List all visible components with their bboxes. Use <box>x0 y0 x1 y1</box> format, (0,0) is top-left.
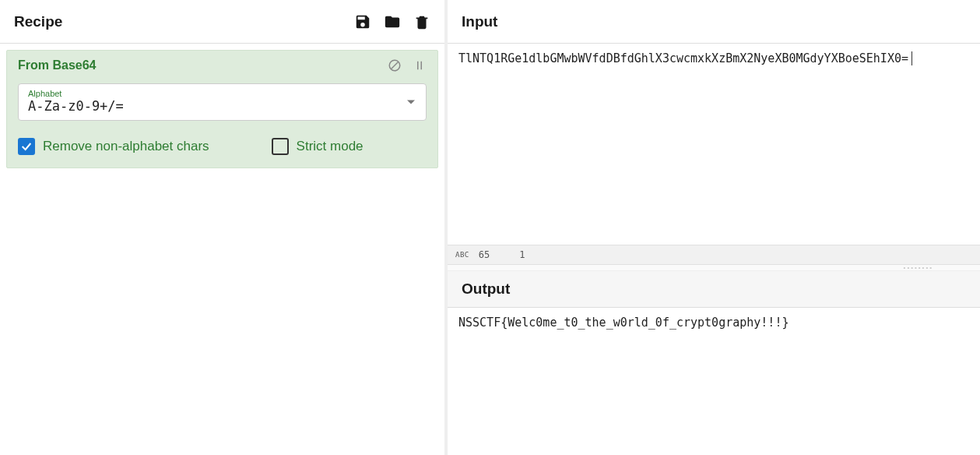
output-text[interactable]: NSSCTF{Welc0me_t0_the_w0rld_0f_crypt0gra… <box>448 308 980 455</box>
input-text: TlNTQ1RGe1dlbGMwbWVfdDBfdGhlX3cwcmxkXzBm… <box>458 51 908 65</box>
checkbox-checked-icon <box>18 138 35 155</box>
line-count: 1 <box>519 249 525 260</box>
chevron-down-icon <box>407 101 415 104</box>
operation-checkboxes: Remove non-alphabet chars Strict mode <box>18 138 427 155</box>
input-textarea[interactable]: TlNTQ1RGe1dlbGMwbWVfdDBfdGhlX3cwcmxkXzBm… <box>448 44 980 245</box>
svg-line-1 <box>392 62 399 69</box>
line-count-icon <box>499 249 510 260</box>
trash-icon[interactable] <box>413 13 430 30</box>
output-header: Output <box>448 271 980 308</box>
recipe-header: Recipe <box>0 0 444 44</box>
recipe-toolbar <box>354 13 430 30</box>
checkbox-unchecked-icon <box>272 138 289 155</box>
io-pane: Input TlNTQ1RGe1dlbGMwbWVfdDBfdGhlX3cwcm… <box>448 0 980 455</box>
recipe-pane: Recipe From Base64 Alphabet A-Za-z0-9+/= <box>0 0 448 455</box>
save-icon[interactable] <box>354 13 371 30</box>
operation-name: From Base64 <box>18 58 97 72</box>
input-area: Input TlNTQ1RGe1dlbGMwbWVfdDBfdGhlX3cwcm… <box>448 0 980 265</box>
input-header: Input <box>448 0 980 44</box>
pane-divider[interactable]: •••••••• <box>448 265 980 271</box>
input-title: Input <box>462 13 497 30</box>
text-cursor <box>912 51 919 65</box>
recipe-title: Recipe <box>14 13 62 30</box>
disable-icon[interactable] <box>388 58 402 72</box>
operation-controls <box>388 58 427 72</box>
char-count-icon: abc <box>455 251 469 259</box>
input-status-bar: abc 65 1 <box>448 245 980 265</box>
recipe-body: From Base64 Alphabet A-Za-z0-9+/= Remove… <box>0 44 444 455</box>
alphabet-dropdown[interactable]: Alphabet A-Za-z0-9+/= <box>18 83 427 121</box>
output-title: Output <box>462 280 966 298</box>
folder-icon[interactable] <box>384 13 401 30</box>
remove-nonalpha-label: Remove non-alphabet chars <box>43 139 209 154</box>
remove-nonalpha-checkbox[interactable]: Remove non-alphabet chars <box>18 138 209 155</box>
operation-header: From Base64 <box>18 58 427 72</box>
pause-icon[interactable] <box>413 58 427 72</box>
alphabet-label: Alphabet <box>28 89 416 98</box>
output-area: Output NSSCTF{Welc0me_t0_the_w0rld_0f_cr… <box>448 271 980 455</box>
operation-from-base64: From Base64 Alphabet A-Za-z0-9+/= Remove… <box>6 50 438 168</box>
char-count: 65 <box>479 249 490 260</box>
alphabet-value: A-Za-z0-9+/= <box>28 98 416 114</box>
strict-mode-checkbox[interactable]: Strict mode <box>272 138 364 155</box>
strict-mode-label: Strict mode <box>297 139 364 154</box>
